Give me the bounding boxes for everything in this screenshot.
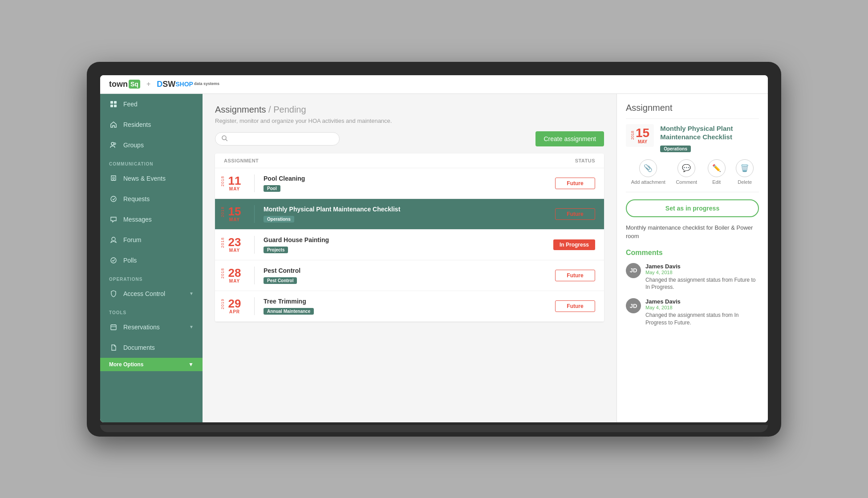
assignment-column-header: ASSIGNMENT <box>224 158 259 163</box>
avatar: JD <box>626 263 641 278</box>
month-text: MAY <box>224 279 245 283</box>
sidebar-item-messages[interactable]: Messages <box>100 209 203 230</box>
year-text: 2018 <box>220 206 225 217</box>
day-text: 11 <box>224 175 245 186</box>
residents-label: Residents <box>123 121 151 128</box>
comment-date: May 4, 2018 <box>645 270 759 275</box>
table-row[interactable]: 2018 28 MAY Pest Control Pest Control Fu… <box>215 260 604 291</box>
year-text: 2018 <box>220 176 225 186</box>
sidebar-item-news-events[interactable]: News & Events <box>100 168 203 189</box>
svg-point-6 <box>113 177 114 179</box>
day-text: 28 <box>224 267 245 279</box>
status-badge: Future <box>555 300 595 312</box>
set-in-progress-button[interactable]: Set as in progress <box>626 199 759 217</box>
access-control-arrow: ▼ <box>189 291 194 296</box>
assignment-title: Pest Control <box>264 267 548 274</box>
sidebar-item-reservations[interactable]: Reservations ▼ <box>100 317 203 337</box>
news-events-label: News & Events <box>123 175 166 182</box>
sidebar-item-requests[interactable]: Requests <box>100 189 203 209</box>
panel-assignment-title: Monthly Physical Plant Maintenance Check… <box>660 124 759 142</box>
assignment-tag: Pest Control <box>264 277 297 284</box>
groups-icon <box>109 141 118 150</box>
page-subtitle: Register, monitor and organize your HOA … <box>215 117 604 124</box>
assignment-title: Monthly Physical Plant Maintenance Check… <box>264 206 548 213</box>
reservations-icon <box>109 323 118 332</box>
status-badge: Future <box>555 178 595 189</box>
edit-icon: ✏️ <box>708 159 726 177</box>
search-icon <box>222 135 227 142</box>
delete-label: Delete <box>738 179 752 185</box>
date-separator <box>254 297 255 315</box>
delete-action[interactable]: 🗑️ Delete <box>736 159 754 185</box>
access-icon <box>109 289 118 298</box>
dsw-s: S <box>162 80 168 89</box>
comment-text: Changed the assignment status from Futur… <box>645 276 759 292</box>
svg-point-4 <box>111 142 114 145</box>
assignment-info: Tree Trimming Annual Maintenance <box>264 298 548 315</box>
table-header: ASSIGNMENT STATUS <box>215 154 604 168</box>
edit-action[interactable]: ✏️ Edit <box>708 159 726 185</box>
comment-text: Changed the assignment status from In Pr… <box>645 312 759 327</box>
table-row[interactable]: 2018 11 MAY Pool Cleaning Pool Future <box>215 168 604 199</box>
month-text: APR <box>224 309 245 314</box>
assignment-title: Tree Trimming <box>264 298 548 305</box>
date-separator <box>254 174 255 192</box>
create-assignment-button[interactable]: Create assignment <box>535 131 604 146</box>
year-text: 2018 <box>220 268 225 279</box>
news-icon <box>109 174 118 183</box>
feed-label: Feed <box>123 101 138 108</box>
sidebar-item-groups[interactable]: Groups <box>100 135 203 155</box>
panel-title: Assignment <box>626 103 759 119</box>
panel-description: Monthly maintenance checklist for Boiler… <box>626 223 759 241</box>
delete-icon: 🗑️ <box>736 159 754 177</box>
svg-point-11 <box>222 136 226 140</box>
reservations-label: Reservations <box>123 324 160 331</box>
operations-section-label: OPERATIONS <box>100 271 203 283</box>
assignment-title: Guard House Painting <box>264 236 546 243</box>
more-options-bar[interactable]: More Options ▼ <box>100 358 203 371</box>
day-text: 23 <box>224 236 245 248</box>
search-box[interactable] <box>215 132 340 146</box>
sidebar-item-forum[interactable]: Forum <box>100 230 203 250</box>
svg-point-5 <box>114 143 116 145</box>
dsw-sub: data systems <box>194 81 219 86</box>
plus-separator: + <box>146 80 150 88</box>
comment-action[interactable]: 💬 Comment <box>676 159 697 185</box>
year-text: 2019 <box>220 299 225 309</box>
status-badge: In Progress <box>553 239 595 250</box>
home-icon <box>109 120 118 129</box>
assignment-info: Pest Control Pest Control <box>264 267 548 284</box>
add-attachment-action[interactable]: 📎 Add attachment <box>631 159 665 185</box>
sidebar-item-residents[interactable]: Residents <box>100 114 203 135</box>
month-text: MAY <box>224 186 245 191</box>
day-text: 29 <box>224 298 245 309</box>
more-options-arrow: ▼ <box>188 361 194 368</box>
table-row[interactable]: 2019 29 APR Tree Trimming Annual Mainten… <box>215 291 604 322</box>
sidebar-item-feed[interactable]: Feed <box>100 94 203 114</box>
panel-date-box: 2018 15 MAY <box>626 124 654 147</box>
assignment-info: Monthly Physical Plant Maintenance Check… <box>264 206 548 223</box>
comment-content: James Davis May 4, 2018 Changed the assi… <box>645 298 759 327</box>
communication-section-label: COMMUNICATION <box>100 155 203 168</box>
groups-label: Groups <box>123 142 144 149</box>
panel-assignment-header: 2018 15 MAY Monthly Physical Plant Maint… <box>626 124 759 152</box>
sidebar-item-documents[interactable]: Documents <box>100 337 203 358</box>
status-badge: Future <box>555 270 595 281</box>
sidebar-item-polls[interactable]: Polls <box>100 250 203 271</box>
dsw-d: D <box>157 80 162 89</box>
assignment-tag: Annual Maintenance <box>264 308 314 315</box>
comment-author: James Davis <box>645 263 759 270</box>
documents-icon <box>109 343 118 352</box>
search-input[interactable] <box>230 135 333 142</box>
comment-item: JD James Davis May 4, 2018 Changed the a… <box>626 263 759 292</box>
content-area: Assignments / Pending Register, monitor … <box>203 94 617 422</box>
assignment-title: Pool Cleaning <box>264 175 548 182</box>
svg-line-12 <box>226 139 227 141</box>
date-box: 2018 15 MAY <box>224 206 245 222</box>
svg-point-9 <box>111 258 116 263</box>
table-row[interactable]: 2018 15 MAY Monthly Physical Plant Maint… <box>215 199 604 230</box>
logo-area: townSq + DSWSHOP data systems <box>109 80 219 89</box>
sidebar-item-access-control[interactable]: Access Control ▼ <box>100 283 203 304</box>
table-row[interactable]: 2018 23 MAY Guard House Painting Project… <box>215 230 604 260</box>
requests-label: Requests <box>123 195 150 202</box>
